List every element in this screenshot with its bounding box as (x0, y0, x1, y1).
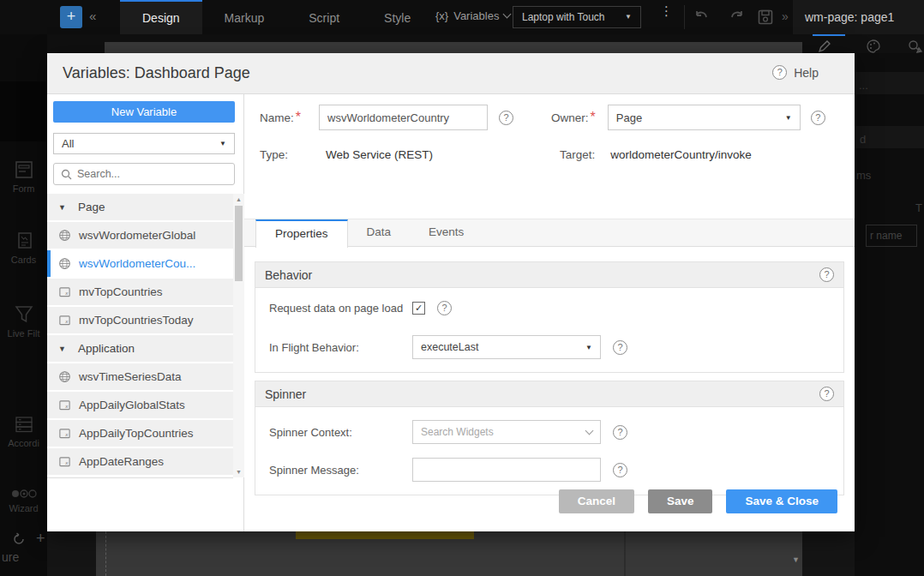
request-data-help-icon[interactable]: ? (437, 301, 452, 315)
scrollbar-thumb[interactable] (235, 206, 243, 281)
owner-help-icon[interactable]: ? (811, 111, 825, 125)
caret-down-icon: ▼ (785, 114, 792, 122)
undo-icon[interactable] (693, 8, 711, 27)
canvas-guide-line (105, 531, 106, 576)
inflight-help-icon[interactable]: ? (613, 340, 627, 355)
name-help-icon[interactable]: ? (499, 111, 513, 125)
variable-search[interactable] (53, 163, 235, 185)
page-panel-title: wm-page: page1 (793, 0, 924, 34)
list-item[interactable]: x mvTopCountriesToday (47, 307, 233, 333)
behavior-help-icon[interactable]: ? (819, 267, 834, 282)
list-item[interactable]: wsvWordometerGlobal (47, 222, 233, 249)
scroll-up-icon[interactable]: ▲ (233, 196, 244, 202)
save-and-close-button[interactable]: Save & Close (726, 489, 837, 513)
variable-group-page[interactable]: ▼ Page (47, 194, 233, 220)
tab-style[interactable]: Style (362, 0, 433, 34)
refresh-icon[interactable] (12, 532, 26, 546)
canvas-bottom-tools: + (12, 530, 45, 548)
properties-panel-dimmed: ... d ms T r name (855, 53, 924, 576)
list-item[interactable]: x AppDailyTopCountries (47, 420, 233, 447)
variable-group-application[interactable]: ▼ Application (47, 335, 233, 362)
request-data-row: Request data on page load ✓ ? (269, 301, 830, 315)
list-item[interactable]: wsvTimeSeriesData (47, 363, 233, 390)
variables-sidebar: New Variable All ▼ ▼ Page wsvWordometerG… (47, 94, 244, 531)
palette-item-live-filter[interactable]: Live Filt (0, 302, 47, 339)
palette-item-cards[interactable]: Cards (0, 230, 47, 265)
variable-label: wsvWorldometerCou... (79, 257, 195, 270)
search-input[interactable] (77, 168, 214, 180)
tab-script[interactable]: Script (286, 0, 362, 34)
caret-down-icon: ▼ (625, 7, 632, 27)
variable-filter-select[interactable]: All ▼ (53, 133, 235, 154)
palette-item-form[interactable]: Form (0, 159, 47, 194)
spinner-help-icon[interactable]: ? (819, 387, 834, 401)
pencil-icon[interactable] (817, 39, 832, 54)
detail-tabs: Properties Data Events (244, 219, 855, 247)
list-scrollbar[interactable]: ▲ ▼ (233, 194, 244, 477)
tab-events[interactable]: Events (410, 219, 483, 248)
save-button[interactable]: Save (648, 489, 713, 513)
list-item[interactable]: x AppDailyGlobalStats (47, 392, 233, 418)
list-item[interactable]: x AppDateRanges (47, 448, 233, 475)
form-icon (0, 159, 47, 181)
target-label: Target: (560, 148, 595, 161)
model-variable-icon: x (58, 455, 71, 468)
tab-markup[interactable]: Markup (202, 0, 287, 34)
spinner-context-select[interactable]: Search Widgets (412, 420, 601, 444)
add-widget-icon[interactable]: + (36, 530, 45, 548)
type-target-row: Type: Web Service (REST) Target: worldom… (260, 148, 752, 161)
device-preview-select[interactable]: Laptop with Touch ▼ (513, 6, 641, 28)
palette-item-label: Cards (0, 255, 47, 265)
palette-item-label: Live Filt (0, 328, 47, 339)
model-variable-icon: x (58, 399, 71, 411)
add-page-button[interactable]: + (60, 6, 82, 28)
spinner-context-help-icon[interactable]: ? (613, 425, 627, 440)
name-input[interactable] (319, 105, 488, 130)
tab-properties[interactable]: Properties (255, 219, 348, 248)
variables-menu-label: Variables (453, 9, 499, 22)
redo-icon[interactable] (727, 8, 746, 27)
type-label: Type: (260, 148, 288, 161)
model-variable-icon: x (58, 285, 71, 298)
more-options-icon[interactable]: ⋮ (660, 8, 673, 14)
help-link[interactable]: ? Help (772, 65, 819, 80)
svg-text:x: x (64, 459, 69, 465)
new-variable-button[interactable]: New Variable (53, 101, 235, 123)
canvas-scroll-down-icon[interactable]: ▼ (792, 555, 800, 564)
list-item-selected[interactable]: wsvWorldometerCou... (47, 250, 233, 277)
variables-braces-icon: {x} (435, 9, 448, 22)
collapse-triangle-icon: ▼ (58, 345, 70, 353)
svg-text:x: x (64, 431, 69, 437)
save-icon[interactable] (756, 8, 775, 27)
model-variable-icon: x (58, 427, 71, 440)
request-data-checkbox[interactable]: ✓ (412, 302, 425, 315)
owner-value: Page (616, 111, 642, 124)
dimmed-canvas-top (105, 42, 802, 53)
list-item[interactable]: x mvTopCountries (47, 279, 233, 305)
inspect-cursor-icon[interactable] (907, 39, 922, 54)
tab-data[interactable]: Data (348, 219, 411, 248)
spinner-message-input[interactable] (412, 458, 601, 482)
wizard-steps-icon (0, 487, 47, 501)
scroll-down-icon[interactable]: ▼ (233, 469, 244, 475)
group-label: Page (78, 201, 105, 213)
cancel-button[interactable]: Cancel (559, 489, 634, 513)
variables-menu[interactable]: {x} Variables (435, 9, 510, 22)
inflight-select[interactable]: executeLast ▼ (412, 335, 601, 359)
toolbar-divider (684, 5, 685, 29)
spinner-message-help-icon[interactable]: ? (613, 463, 627, 477)
variable-filter-value: All (62, 134, 74, 153)
web-service-icon (58, 229, 71, 242)
collapse-left-icon[interactable]: « (89, 9, 96, 23)
expand-right-icon[interactable]: » (782, 9, 789, 23)
owner-select[interactable]: Page ▼ (608, 105, 801, 130)
palette-item-accordion[interactable]: Accordi (0, 413, 47, 448)
tab-design[interactable]: Design (120, 0, 202, 34)
variable-label: AppDailyGlobalStats (79, 399, 185, 411)
editor-mode-tabs: Design Markup Script Style (120, 0, 433, 34)
canvas-column-divider (624, 531, 626, 576)
palette-icon[interactable] (866, 39, 881, 54)
palette-item-wizard[interactable]: Wizard (0, 487, 47, 513)
collapse-triangle-icon: ▼ (58, 203, 70, 212)
spinner-context-row: Spinner Context: Search Widgets ? (269, 420, 830, 444)
